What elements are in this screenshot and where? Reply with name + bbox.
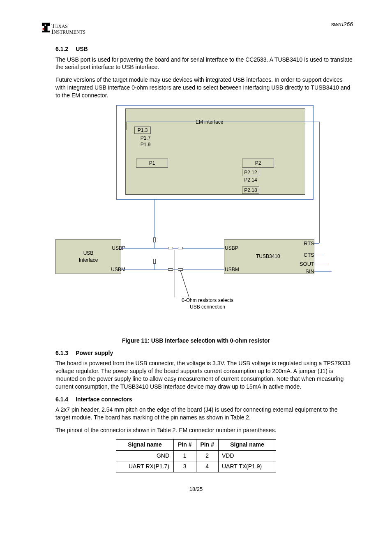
wire	[319, 122, 320, 243]
em-interface-label: EM interface	[196, 119, 223, 126]
interface-paragraph-1: A 2x7 pin header, 2.54 mm pitch on the e…	[55, 406, 353, 421]
heading-power-supply: 6.1.3Power supply	[55, 349, 353, 357]
wire	[183, 248, 224, 249]
wire	[314, 264, 327, 264]
resistor-icon	[178, 247, 183, 249]
heading-usb: 6.1.2USB	[55, 45, 353, 53]
svg-text:INSTRUMENTS: INSTRUMENTS	[51, 28, 85, 35]
wire	[314, 255, 323, 255]
usb-paragraph-2: Future versions of the target module may…	[55, 76, 353, 99]
cell-signal-right: UART TX(P1.9)	[218, 461, 276, 472]
wire	[154, 242, 155, 248]
th-signal-left: Signal name	[116, 440, 174, 451]
th-pin-right: Pin #	[196, 440, 218, 451]
section-number: 6.1.4	[55, 396, 68, 404]
cell-signal-left: GND	[116, 450, 174, 461]
wire	[173, 269, 178, 270]
wire	[314, 271, 332, 272]
resistor-icon	[168, 268, 173, 271]
label-usbm-right: USBM	[225, 266, 242, 273]
wire	[314, 243, 319, 244]
resistor-icon	[153, 259, 156, 264]
cell-pin: 2	[196, 450, 218, 461]
block-p212: P2.12	[242, 169, 259, 176]
figure-11-caption: Figure 11: USB interface selection with …	[39, 337, 353, 345]
wire	[121, 248, 168, 249]
cell-pin: 3	[174, 461, 196, 472]
cell-pin: 1	[174, 450, 196, 461]
pointer-line	[180, 271, 189, 297]
power-paragraph: The board is powered from the USB connec…	[55, 359, 353, 391]
cell-signal-left: UART RX(P1.7)	[116, 461, 174, 472]
table-row: UART RX(P1.7) 3 4 UART TX(P1.9)	[116, 461, 276, 472]
ti-logo: TEXAS INSTRUMENTS	[39, 21, 97, 40]
wire	[121, 269, 168, 270]
th-pin-left: Pin #	[174, 440, 196, 451]
usb-paragraph-1: The USB port is used for powering the bo…	[55, 56, 353, 71]
wire	[173, 248, 178, 249]
wire	[154, 200, 155, 237]
label-sout: SOUT	[299, 260, 314, 268]
label-usbp-right: USBP	[225, 245, 242, 252]
cell-pin: 4	[196, 461, 218, 472]
label-rts: RTS	[302, 240, 314, 247]
heading-interface-connectors: 6.1.4Interface connectors	[55, 396, 353, 404]
block-p218: P2.18	[242, 187, 259, 194]
th-signal-right: Signal name	[218, 440, 276, 451]
section-number: 6.1.3	[55, 349, 68, 357]
label-p19: P1.9	[138, 141, 153, 148]
pointer-line	[175, 250, 175, 297]
svg-text:TEXAS: TEXAS	[51, 23, 68, 29]
page-number: 18/25	[39, 486, 353, 493]
wire	[126, 122, 127, 130]
block-p13: P1.3	[134, 127, 151, 134]
section-title: Power supply	[76, 350, 113, 356]
label-p214: P2.14	[242, 177, 259, 183]
label-sin: SIN	[302, 268, 314, 275]
figure-11-diagram: EM interface P1.3 P1.7 P1.9 P1 P2 P2.12 …	[55, 105, 318, 327]
zero-ohm-label: 0-Ohm resistors selects USB connection	[166, 297, 249, 310]
section-number: 6.1.2	[55, 45, 68, 53]
wire	[183, 269, 224, 270]
section-title: USB	[76, 46, 88, 52]
section-title: Interface connectors	[76, 396, 132, 403]
resistor-icon	[153, 237, 156, 242]
resistor-icon	[168, 247, 173, 249]
ti-logo-svg: TEXAS INSTRUMENTS	[39, 21, 97, 40]
cell-signal-right: VDD	[218, 450, 276, 461]
document-id: swru266	[331, 21, 353, 29]
resistor-icon	[178, 268, 183, 271]
block-p2: P2	[242, 159, 274, 168]
label-cts: CTS	[302, 251, 314, 259]
wire	[126, 122, 319, 122]
label-tusb3410: TUSB3410	[256, 253, 280, 260]
table-row: GND 1 2 VDD	[116, 450, 276, 461]
block-p1: P1	[136, 159, 168, 168]
label-p17: P1.7	[138, 135, 153, 141]
svg-point-0	[42, 28, 44, 30]
wire	[154, 264, 155, 269]
pinout-table: Signal name Pin # Pin # Signal name GND …	[116, 439, 276, 472]
table-header-row: Signal name Pin # Pin # Signal name	[116, 440, 276, 451]
page-header: TEXAS INSTRUMENTS swru266	[39, 21, 353, 40]
interface-paragraph-2: The pinout of the connector is shown in …	[55, 426, 353, 434]
